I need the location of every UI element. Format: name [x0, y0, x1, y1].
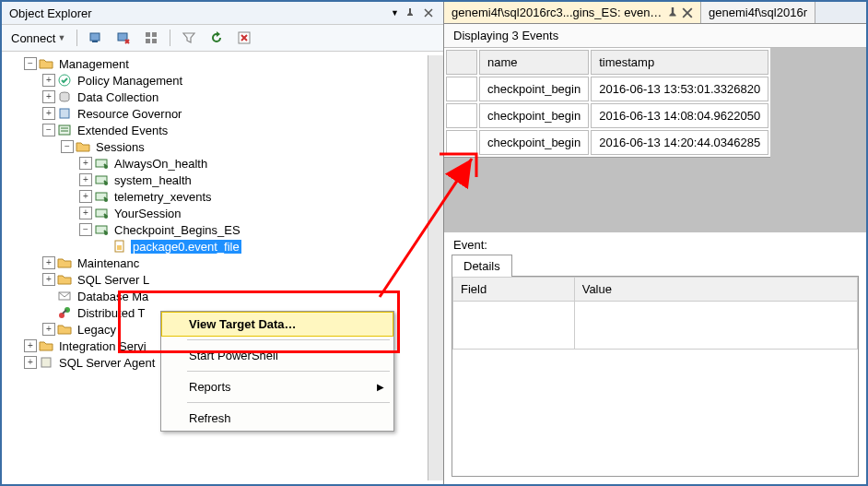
svg-rect-23	[117, 245, 122, 250]
tree-node-package0-eventfile[interactable]: package0.event_file	[4, 238, 428, 255]
svg-rect-5	[146, 39, 150, 43]
tree-node-checkpoint-begins[interactable]: −Checkpoint_Begins_ES	[4, 221, 428, 238]
svg-rect-3	[146, 32, 150, 37]
object-explorer-title-bar: Object Explorer ▼	[2, 2, 443, 25]
tree-node-alwayson[interactable]: +AlwaysOn_health	[4, 155, 428, 172]
submenu-arrow-icon: ▶	[377, 382, 384, 392]
menu-reports[interactable]: Reports▶	[161, 374, 393, 399]
event-row[interactable]: checkpoint_begin2016-06-13 14:08:04.9622…	[446, 103, 768, 128]
tree-node-datacollection[interactable]: +Data Collection	[4, 89, 428, 105]
tree-node-sessions[interactable]: −Sessions	[4, 138, 428, 155]
svg-rect-0	[90, 33, 100, 41]
tab-event-file[interactable]: genemi4f\sql2016rc3...gins_ES: event_fil…	[444, 2, 701, 23]
pin-icon[interactable]	[403, 6, 417, 20]
event-row[interactable]: checkpoint_begin2016-06-13 13:53:01.3326…	[446, 77, 768, 101]
svg-rect-11	[59, 125, 70, 135]
tab-pin-icon[interactable]	[667, 7, 678, 18]
svg-rect-27	[41, 358, 51, 367]
svg-rect-1	[92, 41, 98, 42]
svg-point-21	[104, 231, 108, 235]
tree-node-management[interactable]: −Management	[4, 55, 428, 72]
event-details-grid[interactable]: Field Value	[452, 276, 859, 477]
menu-refresh[interactable]: Refresh	[161, 406, 393, 431]
svg-rect-10	[60, 109, 69, 118]
tab-other[interactable]: genemi4f\sql2016r	[701, 2, 815, 23]
object-explorer-toolbar: Connect▼	[2, 25, 443, 52]
menu-separator	[187, 371, 390, 372]
tree-node-policy[interactable]: +Policy Management	[4, 72, 428, 89]
tree-node-extended-events[interactable]: −Extended Events	[4, 122, 428, 138]
tab-details[interactable]: Details	[452, 255, 512, 277]
tree-node-sqlserver-logs[interactable]: +SQL Server L	[4, 271, 428, 288]
svg-point-19	[104, 215, 108, 219]
events-grid[interactable]: name timestamp checkpoint_begin2016-06-1…	[444, 48, 866, 232]
svg-point-13	[104, 165, 108, 169]
connect-button[interactable]: Connect▼	[7, 30, 69, 47]
event-row[interactable]: checkpoint_begin2016-06-13 14:20:44.0346…	[446, 130, 768, 155]
pane-title: Object Explorer	[9, 6, 391, 20]
dropdown-icon[interactable]: ▼	[391, 8, 399, 18]
context-menu: View Target Data… Start PowerShell Repor…	[160, 311, 394, 432]
tree-scrollbar[interactable]	[428, 55, 443, 480]
menu-separator	[187, 339, 390, 340]
tab-close-icon[interactable]	[682, 7, 693, 18]
menu-separator	[187, 402, 390, 403]
refresh-icon[interactable]	[205, 29, 228, 47]
toolbar-icon-3[interactable]	[140, 29, 162, 47]
tree-node-systemhealth[interactable]: +system_health	[4, 172, 428, 188]
svg-point-15	[104, 182, 108, 185]
close-icon[interactable]	[421, 6, 436, 20]
col-field[interactable]: Field	[453, 278, 575, 302]
event-label: Event:	[444, 232, 866, 254]
col-timestamp[interactable]: timestamp	[591, 50, 768, 75]
tree-node-maintenance[interactable]: +Maintenanc	[4, 255, 428, 271]
menu-start-powershell[interactable]: Start PowerShell	[161, 343, 393, 368]
document-tab-bar: genemi4f\sql2016rc3...gins_ES: event_fil…	[444, 2, 866, 24]
svg-point-17	[104, 198, 108, 202]
col-name[interactable]: name	[479, 50, 589, 75]
tree-node-telemetry[interactable]: +telemetry_xevents	[4, 188, 428, 205]
details-tabstrip: Details	[444, 254, 866, 276]
filter-icon[interactable]	[178, 29, 200, 47]
menu-view-target-data[interactable]: View Target Data…	[161, 312, 393, 337]
toolbar-icon-2[interactable]	[112, 29, 135, 47]
col-value[interactable]: Value	[574, 278, 857, 302]
tree-node-dbmail[interactable]: Database Ma	[4, 288, 428, 304]
svg-rect-4	[152, 32, 157, 37]
stop-icon[interactable]	[233, 29, 255, 47]
tree-node-resource-governor[interactable]: +Resource Governor	[4, 105, 428, 122]
svg-rect-6	[152, 39, 157, 43]
tree-node-yoursession[interactable]: +YourSession	[4, 205, 428, 221]
events-count-label: Displaying 3 Events	[444, 24, 866, 48]
row-header-blank	[446, 50, 477, 75]
toolbar-icon-1[interactable]	[85, 29, 107, 47]
